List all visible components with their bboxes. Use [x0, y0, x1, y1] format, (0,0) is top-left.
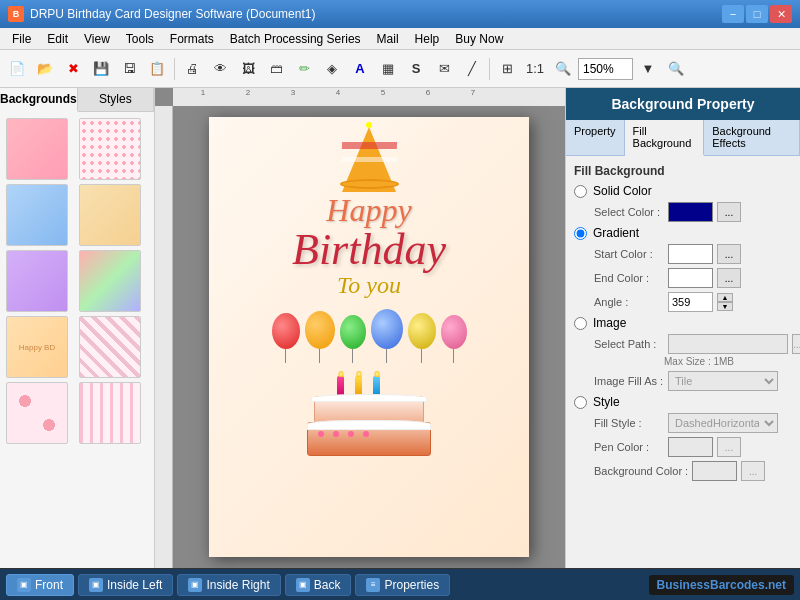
dot4 — [363, 431, 369, 437]
minimize-button[interactable]: − — [722, 5, 744, 23]
end-color-swatch[interactable] — [668, 268, 713, 288]
property-panel-title: Background Property — [566, 88, 800, 120]
fill-style-label: Fill Style : — [594, 417, 664, 429]
dot1 — [318, 431, 324, 437]
pen-color-row: Pen Color : ... — [594, 437, 792, 457]
menu-tools[interactable]: Tools — [118, 30, 162, 48]
zoom-box: 150% — [578, 58, 633, 80]
titlebar-controls[interactable]: − □ ✕ — [722, 5, 792, 23]
path-btn: ... — [792, 334, 800, 354]
image-label[interactable]: Image — [593, 316, 626, 330]
menu-mail[interactable]: Mail — [369, 30, 407, 48]
end-color-btn[interactable]: ... — [717, 268, 741, 288]
bg-thumb-10[interactable] — [79, 382, 141, 444]
ruler-num-6: 6 — [426, 88, 430, 97]
tab-front[interactable]: ▣ Front — [6, 574, 74, 596]
close-button[interactable]: ✕ — [770, 5, 792, 23]
tab-fill-background[interactable]: Fill Background — [625, 120, 705, 156]
bg-thumb-3[interactable] — [6, 184, 68, 246]
bg-thumb-7[interactable]: Happy BD — [6, 316, 68, 378]
toolbar-img2[interactable]: 🗃 — [263, 56, 289, 82]
ruler-num-7: 7 — [471, 88, 475, 97]
toolbar-save[interactable]: 💾 — [88, 56, 114, 82]
tab-inside-left[interactable]: ▣ Inside Left — [78, 574, 173, 596]
toolbar-close[interactable]: ✖ — [60, 56, 86, 82]
bg-thumb-9[interactable] — [6, 382, 68, 444]
toolbar-sym[interactable]: S — [403, 56, 429, 82]
angle-row: Angle : ▲ ▼ — [594, 292, 792, 312]
toolbar-table[interactable]: ⊞ — [494, 56, 520, 82]
toolbar-print[interactable]: 🖨 — [179, 56, 205, 82]
tab-styles[interactable]: Styles — [78, 88, 154, 111]
ruler-num-3: 3 — [291, 88, 295, 97]
balloon-string-6 — [453, 349, 454, 363]
angle-input[interactable] — [668, 292, 713, 312]
menu-view[interactable]: View — [76, 30, 118, 48]
tab-bg-effects[interactable]: Background Effects — [704, 120, 800, 155]
tab-properties[interactable]: ≡ Properties — [355, 574, 450, 596]
end-color-label: End Color : — [594, 272, 664, 284]
solid-color-label[interactable]: Solid Color — [593, 184, 652, 198]
card-canvas: Happy Birthday To you — [209, 117, 529, 557]
toolbar-zoomout[interactable]: 🔍 — [663, 56, 689, 82]
maximize-button[interactable]: □ — [746, 5, 768, 23]
tab-inside-right[interactable]: ▣ Inside Right — [177, 574, 280, 596]
style-radio[interactable] — [574, 396, 587, 409]
gradient-radio[interactable] — [574, 227, 587, 240]
toolbar-new[interactable]: 📄 — [4, 56, 30, 82]
back-label: Back — [314, 578, 341, 592]
fill-background-label: Fill Background — [574, 164, 792, 178]
toolbar-ratio[interactable]: 1:1 — [522, 56, 548, 82]
titlebar-left: B DRPU Birthday Card Designer Software (… — [8, 6, 315, 22]
style-label[interactable]: Style — [593, 395, 620, 409]
bg-thumb-5[interactable] — [6, 250, 68, 312]
toolbar-img1[interactable]: 🖼 — [235, 56, 261, 82]
tab-property[interactable]: Property — [566, 120, 625, 155]
toolbar-barcode[interactable]: ▦ — [375, 56, 401, 82]
balloon-green — [340, 315, 366, 349]
bg-thumb-8[interactable] — [79, 316, 141, 378]
balloon-string-4 — [386, 349, 387, 363]
solid-color-radio[interactable] — [574, 185, 587, 198]
start-color-swatch[interactable] — [668, 244, 713, 264]
toolbar-save2[interactable]: 🖫 — [116, 56, 142, 82]
select-color-swatch[interactable] — [668, 202, 713, 222]
bg-thumb-2[interactable] — [79, 118, 141, 180]
toolbar-zoomin[interactable]: 🔍 — [550, 56, 576, 82]
toolbar-line[interactable]: ╱ — [459, 56, 485, 82]
tab-backgrounds[interactable]: Backgrounds — [0, 88, 78, 112]
start-color-btn[interactable]: ... — [717, 244, 741, 264]
image-fill-row: Image Fill As : Tile — [594, 371, 792, 391]
menu-buynow[interactable]: Buy Now — [447, 30, 511, 48]
gradient-label[interactable]: Gradient — [593, 226, 639, 240]
menu-formats[interactable]: Formats — [162, 30, 222, 48]
angle-down[interactable]: ▼ — [717, 302, 733, 311]
property-tabs: Property Fill Background Background Effe… — [566, 120, 800, 156]
angle-spinner: ▲ ▼ — [717, 293, 733, 311]
select-color-row: Select Color : ... — [594, 202, 792, 222]
toolbar-preview[interactable]: 👁 — [207, 56, 233, 82]
toolbar-shape[interactable]: ◈ — [319, 56, 345, 82]
bg-thumb-1[interactable] — [6, 118, 68, 180]
inside-left-label: Inside Left — [107, 578, 162, 592]
bg-thumb-4[interactable] — [79, 184, 141, 246]
toolbar-mail-icon[interactable]: ✉ — [431, 56, 457, 82]
menu-help[interactable]: Help — [407, 30, 448, 48]
flame2 — [356, 371, 361, 377]
panel-tabs: Backgrounds Styles — [0, 88, 154, 112]
angle-up[interactable]: ▲ — [717, 293, 733, 302]
tab-back[interactable]: ▣ Back — [285, 574, 352, 596]
menu-file[interactable]: File — [4, 30, 39, 48]
toolbar-text[interactable]: A — [347, 56, 373, 82]
toolbar-dropdown[interactable]: ▼ — [635, 56, 661, 82]
image-radio[interactable] — [574, 317, 587, 330]
bg-thumb-6[interactable] — [79, 250, 141, 312]
toolbar-saveas[interactable]: 📋 — [144, 56, 170, 82]
image-fill-dropdown: Tile — [668, 371, 778, 391]
toolbar-open[interactable]: 📂 — [32, 56, 58, 82]
select-color-btn[interactable]: ... — [717, 202, 741, 222]
toolbar-draw[interactable]: ✏ — [291, 56, 317, 82]
flame1 — [338, 371, 343, 377]
menu-edit[interactable]: Edit — [39, 30, 76, 48]
menu-batch[interactable]: Batch Processing Series — [222, 30, 369, 48]
